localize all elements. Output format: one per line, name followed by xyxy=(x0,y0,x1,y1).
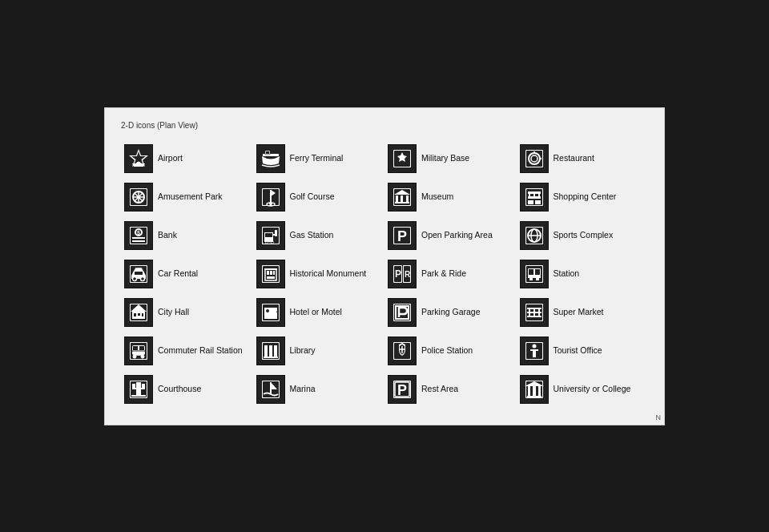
svg-rect-54 xyxy=(265,233,272,237)
svg-rect-150 xyxy=(132,384,135,389)
svg-text:P: P xyxy=(395,268,401,280)
list-item: Commuter Rail Station xyxy=(121,332,253,370)
sports-complex-label: Sports Complex xyxy=(554,230,614,240)
svg-rect-119 xyxy=(529,313,530,316)
rest-area-label: Rest Area xyxy=(421,384,458,394)
list-item: Amusement Park xyxy=(121,178,253,216)
svg-rect-97 xyxy=(134,313,136,316)
list-item: University or College xyxy=(517,370,649,409)
list-item: Historical Monument xyxy=(253,255,385,293)
restaurant-icon xyxy=(520,144,549,173)
svg-text:P: P xyxy=(397,228,407,244)
list-item: Sports Complex xyxy=(517,216,649,255)
svg-rect-50 xyxy=(132,240,145,242)
list-item: Courthouse xyxy=(121,370,253,409)
svg-rect-166 xyxy=(533,386,536,396)
car-rental-label: Car Rental xyxy=(158,268,198,279)
svg-rect-135 xyxy=(274,345,277,357)
svg-rect-145 xyxy=(530,349,538,351)
list-item: P Rest Area xyxy=(384,370,517,409)
svg-rect-116 xyxy=(529,309,530,312)
super-market-label: Super Market xyxy=(554,307,604,317)
svg-rect-32 xyxy=(396,195,398,202)
svg-rect-70 xyxy=(135,272,143,275)
svg-rect-114 xyxy=(527,312,542,313)
commuter-rail-icon xyxy=(124,337,153,365)
military-base-icon xyxy=(388,144,417,173)
svg-rect-42 xyxy=(538,194,540,196)
station-label: Station xyxy=(554,268,580,279)
super-market-icon xyxy=(520,298,549,327)
restaurant-label: Restaurant xyxy=(554,153,594,163)
list-item: Airport xyxy=(121,139,253,178)
car-rental-icon xyxy=(124,260,153,288)
park-ride-icon: P R xyxy=(388,260,417,288)
parking-garage-icon xyxy=(388,298,417,327)
sports-complex-icon xyxy=(520,221,549,250)
svg-rect-75 xyxy=(270,271,272,275)
city-hall-label: City Hall xyxy=(158,307,189,317)
list-item: P R Park & Ride xyxy=(384,255,517,293)
icons-grid: Airport Ferry Terminal xyxy=(121,139,648,409)
card-title: 2-D icons (Plan View) xyxy=(121,121,648,130)
svg-rect-107 xyxy=(269,308,277,312)
airport-icon xyxy=(124,144,153,173)
historical-monument-icon xyxy=(256,260,285,288)
nav-corner-label: N xyxy=(656,413,662,421)
military-base-label: Military Base xyxy=(421,153,469,163)
svg-rect-121 xyxy=(538,313,540,316)
list-item: $ Bank xyxy=(121,216,253,255)
hotel-motel-icon xyxy=(256,298,285,327)
svg-rect-89 xyxy=(535,269,540,275)
svg-rect-152 xyxy=(131,395,146,397)
university-label: University or College xyxy=(554,384,631,394)
svg-rect-56 xyxy=(273,234,277,236)
list-item: Golf Course xyxy=(253,178,385,216)
svg-rect-88 xyxy=(529,269,533,275)
museum-icon xyxy=(388,183,417,212)
svg-rect-92 xyxy=(528,276,541,278)
svg-rect-35 xyxy=(395,202,409,204)
list-item: P Open Parking Area xyxy=(384,216,517,255)
svg-rect-133 xyxy=(264,345,268,357)
list-item: Station xyxy=(517,255,649,293)
parking-garage-label: Parking Garage xyxy=(421,307,481,317)
list-item: Super Market xyxy=(517,293,649,332)
marina-label: Marina xyxy=(290,384,316,394)
svg-rect-76 xyxy=(273,271,275,275)
svg-rect-113 xyxy=(527,308,542,309)
svg-text:P: P xyxy=(397,382,407,398)
courthouse-label: Courthouse xyxy=(158,384,201,394)
svg-rect-100 xyxy=(137,316,140,319)
shopping-center-label: Shopping Center xyxy=(554,191,617,202)
svg-rect-34 xyxy=(406,195,409,202)
hotel-motel-label: Hotel or Motel xyxy=(290,307,342,317)
open-parking-label: Open Parking Area xyxy=(421,230,493,240)
bank-label: Bank xyxy=(158,230,177,240)
svg-point-69 xyxy=(141,276,145,280)
marina-icon xyxy=(256,375,285,404)
svg-rect-6 xyxy=(266,151,269,154)
svg-point-106 xyxy=(266,309,269,312)
svg-point-22 xyxy=(137,195,140,199)
park-ride-label: Park & Ride xyxy=(421,268,466,279)
svg-rect-126 xyxy=(139,346,144,350)
svg-rect-38 xyxy=(528,191,541,194)
svg-rect-40 xyxy=(529,194,530,196)
list-item: Shopping Center xyxy=(517,178,649,216)
list-item: Hotel or Motel xyxy=(253,293,385,332)
icons-card: 2-D icons (Plan View) Airport xyxy=(104,107,665,425)
tourist-office-icon xyxy=(520,337,549,365)
svg-rect-134 xyxy=(269,345,272,357)
svg-text:$: $ xyxy=(137,230,140,236)
list-item: Restaurant xyxy=(517,139,649,178)
svg-point-143 xyxy=(532,344,536,348)
station-icon xyxy=(520,260,549,288)
golf-course-icon xyxy=(256,183,285,212)
bank-icon: $ xyxy=(124,221,153,250)
svg-rect-117 xyxy=(533,309,535,312)
svg-rect-39 xyxy=(528,196,541,199)
svg-rect-151 xyxy=(142,384,145,389)
svg-rect-125 xyxy=(133,346,138,350)
list-item: FUEL Gas Station xyxy=(253,216,385,255)
